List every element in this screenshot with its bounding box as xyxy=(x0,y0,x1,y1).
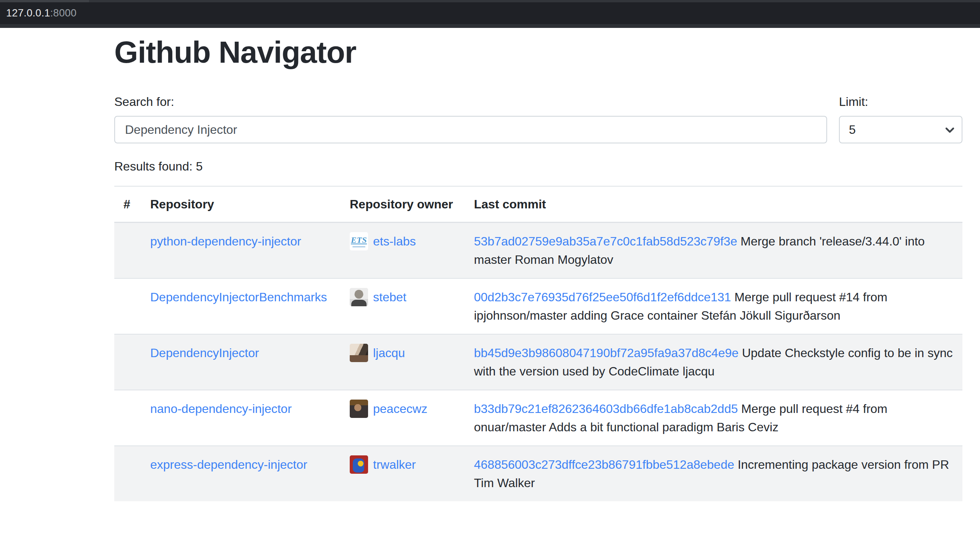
search-label: Search for: xyxy=(114,93,827,111)
row-number-cell xyxy=(114,446,141,501)
commit-cell: b33db79c21ef8262364603db66dfe1ab8cab2dd5… xyxy=(465,390,962,446)
owner-wrap: ljacqu xyxy=(350,344,456,362)
url-port: :8000 xyxy=(50,7,76,19)
owner-link[interactable]: peacecwz xyxy=(373,400,427,418)
owner-cell: ETS ets-labs xyxy=(341,223,465,279)
owner-link[interactable]: ets-labs xyxy=(373,232,416,250)
results-table: # Repository Repository owner Last commi… xyxy=(114,186,962,501)
owner-avatar xyxy=(350,288,368,306)
col-header-owner: Repository owner xyxy=(341,186,465,223)
repo-link[interactable]: express-dependency-injector xyxy=(150,458,307,471)
owner-avatar xyxy=(350,455,368,474)
row-number-cell xyxy=(114,390,141,446)
browser-chrome: 127.0.0.1:8000 xyxy=(0,0,980,28)
row-number-cell xyxy=(114,278,141,334)
commit-cell: 53b7ad02759e9ab35a7e7c0c1fab58d523c79f3e… xyxy=(465,223,962,279)
commit-hash-link[interactable]: b33db79c21ef8262364603db66dfe1ab8cab2dd5 xyxy=(474,402,738,416)
owner-link[interactable]: stebet xyxy=(373,288,406,306)
avatar-text: ETS xyxy=(350,236,368,244)
results-count: Results found: 5 xyxy=(114,157,962,176)
owner-avatar xyxy=(350,400,368,418)
repository-cell: nano-dependency-injector xyxy=(141,390,341,446)
owner-wrap: ETS ets-labs xyxy=(350,232,456,250)
avatar-tagline xyxy=(352,246,365,247)
commit-cell: bb45d9e3b98608047190bf72a95fa9a37d8c4e9e… xyxy=(465,334,962,390)
table-row: DependencyInjectorBenchmarks stebet 00d2… xyxy=(114,278,962,334)
browser-toolbar-edge xyxy=(0,24,980,28)
commit-hash-link[interactable]: 468856003c273dffce23b86791fbbe512a8ebede xyxy=(474,458,734,471)
owner-cell: peacecwz xyxy=(341,390,465,446)
row-number-cell xyxy=(114,223,141,279)
owner-wrap: stebet xyxy=(350,288,456,306)
repo-link[interactable]: DependencyInjectorBenchmarks xyxy=(150,290,327,304)
repo-link[interactable]: python-dependency-injector xyxy=(150,234,301,248)
limit-field-group: Limit: 5 xyxy=(839,93,962,143)
browser-address-bar[interactable]: 127.0.0.1:8000 xyxy=(0,2,980,24)
limit-select-wrap: 5 xyxy=(839,116,962,143)
owner-cell: ljacqu xyxy=(341,334,465,390)
browser-tab-strip xyxy=(0,0,980,2)
repo-link[interactable]: nano-dependency-injector xyxy=(150,402,292,416)
col-header-number: # xyxy=(114,186,141,223)
table-header: # Repository Repository owner Last commi… xyxy=(114,186,962,223)
url-text: 127.0.0.1:8000 xyxy=(6,7,76,19)
repo-link[interactable]: DependencyInjector xyxy=(150,346,259,360)
repository-cell: DependencyInjectorBenchmarks xyxy=(141,278,341,334)
commit-hash-link[interactable]: 00d2b3c7e76935d76f25ee50f6d1f2ef6ddce131 xyxy=(474,290,731,304)
table-row: python-dependency-injector ETS ets-labs … xyxy=(114,223,962,279)
page-title: Github Navigator xyxy=(114,34,962,71)
search-form: Search for: Limit: 5 xyxy=(114,93,962,143)
owner-cell: stebet xyxy=(341,278,465,334)
col-header-last-commit: Last commit xyxy=(465,186,962,223)
owner-link[interactable]: trwalker xyxy=(373,455,416,474)
repository-cell: express-dependency-injector xyxy=(141,446,341,501)
row-number-cell xyxy=(114,334,141,390)
owner-cell: trwalker xyxy=(341,446,465,501)
commit-hash-link[interactable]: bb45d9e3b98608047190bf72a95fa9a37d8c4e9e xyxy=(474,346,738,360)
commit-cell: 468856003c273dffce23b86791fbbe512a8ebede… xyxy=(465,446,962,501)
search-input[interactable] xyxy=(114,116,827,143)
limit-select[interactable]: 5 xyxy=(839,116,962,143)
col-header-repository: Repository xyxy=(141,186,341,223)
repository-cell: python-dependency-injector xyxy=(141,223,341,279)
table-row: express-dependency-injector trwalker 468… xyxy=(114,446,962,501)
limit-label: Limit: xyxy=(839,93,962,111)
owner-avatar xyxy=(350,344,368,362)
owner-avatar: ETS xyxy=(350,232,368,250)
url-host: 127.0.0.1 xyxy=(6,7,50,19)
owner-link[interactable]: ljacqu xyxy=(373,344,405,362)
commit-cell: 00d2b3c7e76935d76f25ee50f6d1f2ef6ddce131… xyxy=(465,278,962,334)
commit-hash-link[interactable]: 53b7ad02759e9ab35a7e7c0c1fab58d523c79f3e xyxy=(474,234,737,248)
repository-cell: DependencyInjector xyxy=(141,334,341,390)
table-row: nano-dependency-injector peacecwz b33db7… xyxy=(114,390,962,446)
table-body: python-dependency-injector ETS ets-labs … xyxy=(114,223,962,502)
owner-wrap: trwalker xyxy=(350,455,456,474)
owner-wrap: peacecwz xyxy=(350,400,456,418)
search-field-group: Search for: xyxy=(114,93,827,143)
table-row: DependencyInjector ljacqu bb45d9e3b98608… xyxy=(114,334,962,390)
page-content: Github Navigator Search for: Limit: 5 Re… xyxy=(0,28,980,501)
